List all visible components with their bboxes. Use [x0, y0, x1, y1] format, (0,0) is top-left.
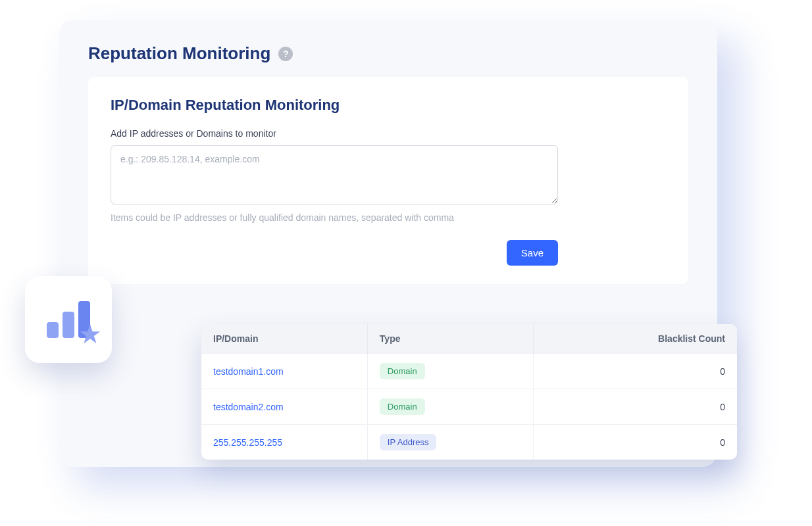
- bar-icon: [47, 322, 59, 338]
- page-title: Reputation Monitoring: [88, 43, 270, 64]
- reputation-table: IP/Domain Type Blacklist Count testdomai…: [201, 324, 737, 460]
- column-header-ip-domain: IP/Domain: [201, 324, 367, 354]
- stats-star-icon-card: ★: [25, 276, 112, 363]
- save-row: Save: [111, 240, 558, 266]
- cell-blacklist-count: 0: [534, 389, 737, 425]
- cell-type: Domain: [367, 354, 533, 389]
- cell-ip-domain: testdomain2.com: [201, 389, 367, 425]
- cell-type: Domain: [367, 389, 533, 425]
- cell-ip-domain: 255.255.255.255: [201, 425, 367, 460]
- type-badge-ip: IP Address: [380, 434, 437, 450]
- section-title: IP/Domain Reputation Monitoring: [111, 97, 666, 114]
- table-header-row: IP/Domain Type Blacklist Count: [201, 324, 737, 354]
- reputation-table-card: IP/Domain Type Blacklist Count testdomai…: [201, 324, 737, 460]
- type-badge-domain: Domain: [380, 398, 425, 415]
- type-badge-domain: Domain: [380, 363, 425, 379]
- table-row: 255.255.255.255IP Address0: [201, 425, 737, 460]
- ip-domain-link[interactable]: testdomain1.com: [213, 366, 284, 377]
- page-header: Reputation Monitoring ?: [59, 20, 717, 77]
- table-row: testdomain1.comDomain0: [201, 354, 737, 389]
- reputation-form-card: IP/Domain Reputation Monitoring Add IP a…: [88, 77, 688, 284]
- cell-blacklist-count: 0: [534, 425, 737, 460]
- column-header-type: Type: [367, 324, 533, 354]
- cell-ip-domain: testdomain1.com: [201, 354, 367, 389]
- table-row: testdomain2.comDomain0: [201, 389, 737, 425]
- help-icon[interactable]: ?: [278, 47, 293, 61]
- ip-domain-link[interactable]: 255.255.255.255: [213, 437, 282, 448]
- cell-type: IP Address: [367, 425, 533, 460]
- ip-domain-input[interactable]: [111, 145, 558, 204]
- ip-domain-link[interactable]: testdomain2.com: [213, 402, 284, 412]
- bar-chart-star-icon: ★: [47, 301, 90, 338]
- column-header-blacklist-count: Blacklist Count: [534, 324, 737, 354]
- cell-blacklist-count: 0: [534, 354, 737, 389]
- input-helper-text: Items could be IP addresses or fully qua…: [111, 212, 666, 223]
- input-label: Add IP addresses or Domains to monitor: [111, 128, 666, 139]
- star-icon: ★: [78, 321, 102, 347]
- save-button[interactable]: Save: [507, 240, 558, 266]
- bar-icon: [63, 312, 74, 338]
